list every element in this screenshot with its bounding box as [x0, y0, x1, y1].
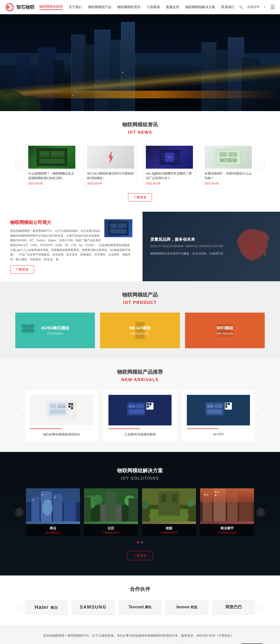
- svg-rect-66: [71, 407, 73, 409]
- company-map-desc: 物联网模组专业全系列产品覆盖，专业/4E至9，可使用产品: [150, 251, 272, 256]
- arrival-card-1[interactable]: AI-LT35 4gCat1蜂实模组超高性价比: [25, 390, 98, 442]
- solution-card-2[interactable]: 社区 COMMUNITY: [84, 488, 138, 536]
- solution-card-3[interactable]: 校园 COMMUNITY: [142, 488, 196, 536]
- products-section: 物联网模组产品 IOT PRODUCT 4G/5G蜂式模组 LTE Module…: [0, 281, 280, 358]
- solutions-prev-button[interactable]: ‹: [15, 508, 23, 516]
- menu-icon[interactable]: ☰: [270, 4, 275, 10]
- nav-item-contact[interactable]: 联系我们: [221, 5, 234, 9]
- svg-point-29: [229, 159, 231, 161]
- nav-item-products[interactable]: 物联网模组产品: [88, 5, 111, 9]
- hero-banner: [0, 14, 280, 111]
- svg-point-36: [112, 230, 114, 232]
- news-card-1[interactable]: 什么是物联网？（物联网概念及义及物联网给我们的生活和... 2022-03-09: [25, 142, 79, 188]
- solution-label-2: 社区 COMMUNITY: [84, 524, 138, 536]
- arrivals-title: 物联网模组产品推荐: [15, 369, 265, 375]
- news-learn-more-wrap: 了解更多: [15, 193, 265, 202]
- news-prev-button[interactable]: ‹: [15, 162, 22, 169]
- arrival-img-2: AI-LT11: [108, 395, 172, 425]
- svg-marker-12: [108, 151, 113, 164]
- svg-rect-71: [129, 409, 144, 414]
- solution-card-4[interactable]: 商业楼宇 COMMERCIAL: [200, 488, 254, 536]
- online-consult[interactable]: 在线咨询: [247, 5, 259, 9]
- solutions-next-button[interactable]: ›: [257, 508, 265, 516]
- arrival-title-2: 工业级4G无线通讯模组: [108, 432, 172, 437]
- nav-item-solutions[interactable]: 物联网模组解决方案: [185, 5, 215, 9]
- chip-icon: IoT: [159, 150, 180, 165]
- news-img-1: [28, 146, 75, 169]
- svg-rect-56: [50, 404, 57, 408]
- search-icon[interactable]: 🔍: [239, 5, 243, 9]
- svg-text:AI-LT11: AI-LT11: [129, 406, 136, 408]
- news-card-3[interactable]: IoT can 4g模块功能哪些常见哪些？通信广泛应用行业？ 2022-03-0…: [143, 142, 196, 188]
- solution-card-1[interactable]: 商业 BUSINESS: [26, 488, 80, 536]
- nav-item-info[interactable]: 物联网模组资讯: [117, 5, 141, 9]
- header: 智芯物联 物联网模组新闻 关于我们 物联网模组产品 物联网模组资讯 工程案例 客…: [0, 0, 280, 14]
- svg-rect-96: [54, 497, 55, 498]
- nav-item-news[interactable]: 物联网模组新闻: [39, 4, 63, 10]
- product-card-nb[interactable]: NB-IoT模组 NB Resources: [100, 313, 180, 348]
- partners-prev-button[interactable]: ‹: [15, 604, 22, 611]
- partner-alibaba[interactable]: 阿里巴巴: [212, 600, 255, 615]
- solution-label-3: 校园 COMMUNITY: [142, 524, 196, 536]
- partner-samsung[interactable]: SAMSUNG: [72, 600, 115, 615]
- partner-lenovo[interactable]: lenovo 联想: [165, 600, 208, 615]
- company-learn-more-button[interactable]: 了解更多: [10, 265, 34, 274]
- products-grid: 4G/5G蜂式模组 LTE Modules NB-IoT模组 NB Resour…: [15, 313, 265, 348]
- company-map-en-title: QUALITY BUILDS BRAND, SERVICE CREATES FU…: [150, 244, 272, 248]
- nav-item-support[interactable]: 客服支持: [166, 5, 179, 9]
- arrival-card-3[interactable]: AI-LT07 AI-LT07: [182, 390, 255, 442]
- partners-next-button[interactable]: ›: [258, 604, 265, 611]
- arrivals-prev-button[interactable]: ‹: [15, 412, 22, 419]
- arrivals-subtitle: NEW ARRIVALS: [15, 378, 265, 382]
- product-card-4g[interactable]: 4G/5G蜂式模组 LTE Modules: [15, 313, 95, 348]
- lightning-icon: [103, 150, 118, 165]
- svg-rect-64: [71, 406, 72, 407]
- svg-rect-92: [53, 494, 62, 521]
- product-card-wifi[interactable]: WIFI模组 WIFI Modules: [185, 313, 265, 348]
- svg-text:AI-LT35: AI-LT35: [58, 406, 65, 408]
- svg-rect-4: [39, 151, 49, 157]
- nav-item-cases[interactable]: 工程案例: [147, 5, 160, 9]
- news-img-4: [205, 146, 252, 169]
- svg-rect-128: [215, 495, 216, 496]
- header-right: 🔍 在线咨询 ▼ ☰: [239, 4, 275, 10]
- svg-point-104: [93, 495, 102, 504]
- solution-img-1: [26, 488, 80, 524]
- company-map: 质量筑品牌，服务创未来 QUALITY BUILDS BRAND, SERVIC…: [143, 212, 280, 281]
- news-card-2[interactable]: 4G Cat.1模组积速1500万片模组招标消息继续！ 2022-03-09: [84, 142, 137, 188]
- arrival-card-2[interactable]: AI-LT11 工业级4G无线通讯模组: [103, 390, 177, 442]
- company-module-img: [108, 221, 129, 235]
- svg-rect-85: [225, 403, 227, 405]
- solutions-learn-more-button[interactable]: 了解更多: [127, 551, 153, 560]
- svg-rect-77: [149, 406, 150, 407]
- news-learn-more-button[interactable]: 了解更多: [128, 193, 152, 202]
- news-subtitle: IOT NEWS: [15, 130, 265, 135]
- news-img-2: [87, 146, 134, 169]
- svg-rect-113: [161, 494, 166, 502]
- news-img-3: IoT: [146, 146, 193, 169]
- partner-haier[interactable]: Haier 海尔: [25, 600, 68, 615]
- arrivals-next-button[interactable]: ›: [258, 412, 265, 419]
- board-icon: [216, 149, 241, 166]
- svg-point-30: [234, 159, 236, 161]
- news-next-button[interactable]: ›: [258, 162, 265, 169]
- svg-rect-125: [207, 494, 208, 495]
- arrival-divider-2: [108, 428, 172, 429]
- svg-rect-26: [228, 152, 237, 157]
- dot-1[interactable]: [137, 541, 139, 543]
- arrival-module-2: AI-LT11: [125, 400, 155, 420]
- nav-item-about[interactable]: 关于我们: [69, 5, 82, 9]
- news-date-3: 2022-03-09: [146, 182, 193, 185]
- company-map-title: 质量筑品牌，服务创未来: [150, 237, 272, 242]
- svg-rect-107: [106, 491, 116, 521]
- svg-rect-94: [33, 500, 34, 501]
- svg-rect-76: [147, 406, 149, 408]
- solution-img-2: [84, 488, 138, 524]
- dot-2[interactable]: [141, 541, 143, 543]
- arrivals-section: 物联网模组产品推荐 NEW ARRIVALS ‹ AI-LT35: [0, 358, 280, 452]
- news-card-4[interactable]: 在通信领域中，内置4G模块什么么性能？ 2022-03-09: [201, 142, 255, 188]
- partner-tencent[interactable]: Tencent 腾讯: [119, 600, 161, 615]
- svg-rect-114: [172, 494, 177, 502]
- svg-rect-127: [218, 491, 219, 493]
- news-date-1: 2022-03-09: [28, 182, 75, 185]
